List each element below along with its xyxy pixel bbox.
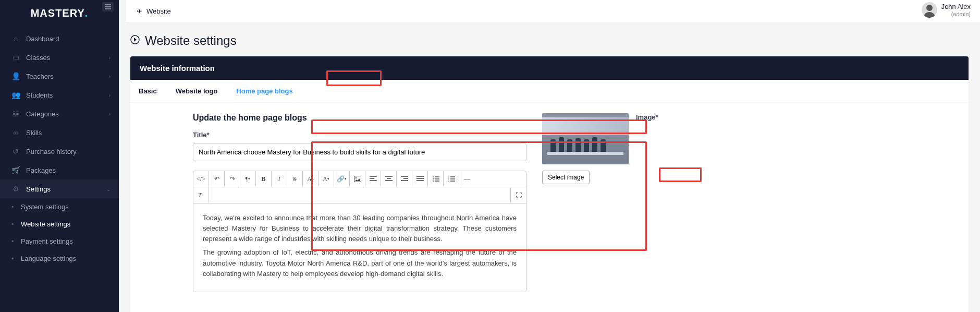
tool-font-up[interactable]: A▴ [303,171,318,187]
sidebar-item-categories[interactable]: 𝌭 Categories › [0,104,119,123]
cart-icon: 🛒 [9,166,22,174]
tool-align-justify[interactable] [412,171,428,187]
breadcrumb-text: Website [146,7,171,15]
paper-plane-icon: ✈ [137,7,142,15]
tool-hr[interactable]: — [459,171,475,187]
history-icon: ↺ [9,147,22,155]
image-preview [542,113,629,164]
tool-undo[interactable]: ↶ [209,171,225,187]
sidebar-item-students[interactable]: 👥 Students › [0,86,119,104]
tool-font-down[interactable]: A▾ [318,171,334,187]
sidebar-item-label: Teachers [26,73,54,80]
tab-label: Basic [139,87,157,95]
sidebar-item-label: Settings [26,185,51,193]
svg-text:3: 3 [448,180,449,183]
home-icon: ⌂ [9,34,22,43]
editor-paragraph: Today, we're excited to announce that mo… [203,213,517,244]
tool-link[interactable]: 🔗▾ [334,171,350,187]
sidebar-item-teachers[interactable]: 👤 Teachers › [0,67,119,86]
user-name: John Alex [941,3,971,11]
editor-toolbar: </> ↶ ↷ ¶▾ B I S A▴ A▾ 🔗▾ [193,171,526,187]
tool-list-ol[interactable]: 123 [444,171,459,187]
cloud-icon: ∞ [9,128,22,137]
sidebar-item-label: Skills [26,129,42,137]
tool-align-left[interactable] [365,171,381,187]
tab-website-logo[interactable]: Website logo [173,80,221,102]
sidebar-item-classes[interactable]: ▭ Classes › [0,48,119,67]
tool-clear-format[interactable]: T× [193,187,209,203]
tool-fullscreen[interactable]: ⛶ [510,187,526,203]
title-label: Title* [193,131,526,139]
users-icon: 👥 [9,91,22,99]
image-label: Image* [636,113,658,121]
gear-icon: ⚙ [9,185,22,193]
tool-italic[interactable]: I [272,171,287,187]
topbar: ✈ Website John Alex (admin) [126,0,980,23]
board-icon: ▭ [9,53,22,62]
logo-text: MASTERY [31,7,85,19]
nav: ⌂ Dashboard ▭ Classes › 👤 Teachers › 👥 S… [0,26,119,267]
tool-strike[interactable]: S [287,171,303,187]
user-icon: 👤 [9,72,22,80]
circle-arrow-icon [130,35,140,46]
sidebar-item-label: Categories [26,110,59,118]
form-heading: Update the home page blogs [193,113,526,123]
sidebar-item-dashboard[interactable]: ⌂ Dashboard [0,29,119,48]
main: ✈ Website John Alex (admin) Website sett… [119,0,980,312]
tool-align-center[interactable] [381,171,397,187]
svg-point-6 [433,181,434,182]
sidebar-item-purchase-history[interactable]: ↺ Purchase history [0,142,119,161]
sidebar-item-label: Packages [26,166,56,174]
breadcrumb: ✈ Website [137,7,171,15]
sidebar-item-settings[interactable]: ⚙ Settings ⌄ [0,179,119,198]
sidebar-sub-label: Language settings [21,255,76,262]
svg-point-5 [433,178,434,179]
sidebar-item-label: Dashboard [26,35,59,43]
sidebar-sub-payment-settings[interactable]: Payment settings [0,233,119,250]
sidebar-sub-label: Website settings [21,220,70,228]
panel: Update the home page blogs Title* </> ↶ … [130,103,969,312]
tool-paragraph[interactable]: ¶▾ [240,171,256,187]
sidebar-sub-language-settings[interactable]: Language settings [0,250,119,267]
select-image-button[interactable]: Select image [542,171,590,184]
sidebar-toggle[interactable] [102,2,114,11]
tab-label: Website logo [176,87,218,95]
logo-dot: . [85,7,89,19]
chevron-right-icon: › [109,92,111,98]
sidebar-sub-system-settings[interactable]: System settings [0,198,119,215]
tabs: Basic Website logo Home page blogs [130,80,969,103]
svg-point-3 [355,177,356,178]
editor-paragraph: The growing adoption of IoT, electric, a… [203,247,517,279]
sidebar-item-label: Classes [26,54,50,62]
tool-image[interactable] [350,171,365,187]
tool-code[interactable]: </> [193,171,209,187]
sidebar-item-packages[interactable]: 🛒 Packages [0,161,119,179]
tab-home-page-blogs[interactable]: Home page blogs [233,80,296,102]
sidebar-sub-label: Payment settings [21,237,73,245]
sidebar: MASTERY. ⌂ Dashboard ▭ Classes › 👤 Teach… [0,0,119,312]
tool-align-right[interactable] [397,171,412,187]
sidebar-item-label: Purchase history [26,148,77,155]
tool-redo[interactable]: ↷ [225,171,240,187]
rich-text-editor: </> ↶ ↷ ¶▾ B I S A▴ A▾ 🔗▾ [193,171,526,292]
chevron-right-icon: › [109,111,111,117]
select-image-label: Select image [548,174,584,181]
avatar [922,2,937,18]
card-header: Website information [130,56,969,80]
tool-bold[interactable]: B [256,171,272,187]
editor-body[interactable]: Today, we're excited to announce that mo… [193,203,526,292]
sidebar-sub-website-settings[interactable]: Website settings [0,215,119,233]
page-title: Website settings [145,33,237,48]
logo: MASTERY. [0,0,119,26]
user-menu[interactable]: John Alex (admin) [922,2,971,18]
tab-basic[interactable]: Basic [136,80,160,102]
editor-toolbar-2: T× ⛶ [193,187,526,203]
user-role: (admin) [941,11,971,17]
svg-point-0 [926,5,933,11]
tool-list-ul[interactable] [428,171,444,187]
sidebar-item-skills[interactable]: ∞ Skills [0,123,119,142]
title-input[interactable] [193,143,526,161]
svg-point-4 [433,176,434,177]
sidebar-sub-label: System settings [21,203,69,211]
page-title-row: Website settings [130,33,969,48]
